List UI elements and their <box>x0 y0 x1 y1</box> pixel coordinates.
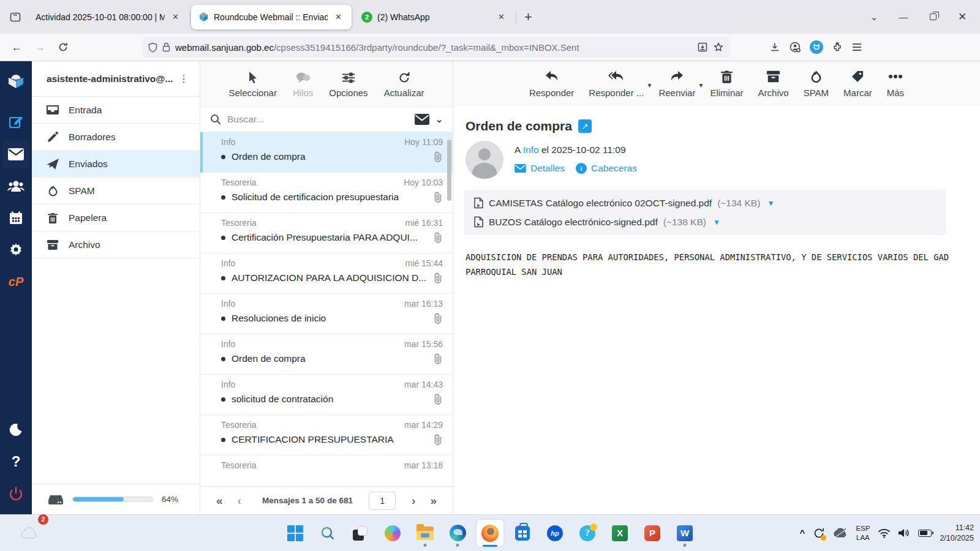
close-button[interactable]: ✕ <box>949 6 975 29</box>
language-indicator[interactable]: ESP LAA <box>856 524 870 542</box>
open-in-new-window-icon[interactable]: ↗ <box>578 119 592 133</box>
sync-icon[interactable] <box>813 527 825 539</box>
save-page-icon[interactable] <box>697 42 708 53</box>
reply-button[interactable]: Responder <box>529 69 574 98</box>
attachment-row[interactable]: CAMISETAS Catálogo electrónico 02OCT-sig… <box>474 197 937 209</box>
attachment-menu-caret-icon[interactable]: ▼ <box>767 199 774 208</box>
copilot-icon[interactable] <box>379 520 406 547</box>
powerpoint-icon[interactable]: P <box>639 520 666 547</box>
tracking-shield-icon[interactable] <box>148 42 157 53</box>
headers-link[interactable]: i Cabeceras <box>576 163 637 174</box>
settings-gear-icon[interactable] <box>2 236 29 263</box>
logout-power-icon[interactable] <box>2 480 29 507</box>
word-icon[interactable]: W <box>671 520 698 547</box>
volume-icon[interactable] <box>899 528 910 538</box>
dropdown-caret-icon[interactable]: ▼ <box>698 82 704 89</box>
help-app-icon[interactable]: ? <box>574 520 601 547</box>
lock-icon[interactable] <box>162 42 170 52</box>
start-icon[interactable] <box>282 520 309 547</box>
extensions-puzzle-icon[interactable] <box>832 42 843 53</box>
spam-button[interactable]: SPAM <box>804 69 829 98</box>
list-all-tabs-button[interactable]: ⌄ <box>861 6 887 29</box>
recipient-link[interactable]: Info <box>523 144 539 155</box>
tab-roundcube[interactable]: Roundcube Webmail :: Enviados ✕ <box>191 5 352 29</box>
tab-close-icon[interactable]: ✕ <box>496 11 507 23</box>
tray-chevron-icon[interactable]: ^ <box>800 528 805 538</box>
reply-all-button[interactable]: Responder ... ▼ <box>589 69 644 98</box>
firefox-icon[interactable] <box>477 520 503 547</box>
wifi-icon[interactable] <box>878 528 891 538</box>
search-input[interactable] <box>227 114 409 125</box>
folder-spam[interactable]: SPAM <box>32 178 200 204</box>
message-row[interactable]: Tesoreriamié 16:31 Certificación Presupu… <box>200 213 453 253</box>
compose-button[interactable] <box>2 109 29 136</box>
attachment-name[interactable]: BUZOS Catálogo electrónico-signed.pdf <box>489 217 658 228</box>
back-button[interactable]: ← <box>6 37 27 57</box>
next-page-button[interactable]: › <box>407 494 420 508</box>
task-view-icon[interactable] <box>347 520 374 547</box>
folder-entrada[interactable]: Entrada <box>32 97 200 124</box>
dropdown-caret-icon[interactable]: ▼ <box>646 82 652 89</box>
message-row[interactable]: Infomar 16:13 Resoluciones de inicio <box>200 294 453 334</box>
search-scope-mail-icon[interactable] <box>415 114 429 125</box>
message-row[interactable]: Tesoreriamar 14:29 CERTIFICACION PRESUPU… <box>200 415 453 455</box>
details-link[interactable]: Detalles <box>514 163 565 174</box>
hp-icon[interactable]: hp <box>541 520 568 547</box>
threads-button[interactable]: Hilos <box>293 70 313 98</box>
contacts-nav-icon[interactable] <box>2 173 29 200</box>
options-button[interactable]: Opciones <box>329 70 368 98</box>
message-row[interactable]: TesoreriaHoy 10:03 Solicitud de certific… <box>200 173 453 213</box>
help-icon[interactable]: ? <box>2 448 29 475</box>
message-row[interactable]: Infomié 15:44 AUTORIZACION PARA LA ADQUI… <box>200 253 453 294</box>
tab-close-icon[interactable]: ✕ <box>170 11 181 23</box>
search-icon[interactable] <box>314 520 341 547</box>
url-field[interactable]: webmail.sanjuan.gob.ec/cpsess3519415166/… <box>142 37 730 58</box>
account-menu-kebab-icon[interactable]: ⋮ <box>174 75 194 83</box>
roundcube-logo[interactable] <box>2 69 29 96</box>
message-row[interactable]: InfoHoy 11:09 Orden de compra <box>200 132 453 173</box>
edge-icon[interactable] <box>444 520 471 547</box>
reload-button[interactable] <box>53 37 74 57</box>
attachment-row[interactable]: BUZOS Catálogo electrónico-signed.pdf (~… <box>474 216 937 228</box>
bookmark-star-icon[interactable] <box>713 42 724 53</box>
folder-papelera[interactable]: Papelera <box>32 204 200 231</box>
store-icon[interactable] <box>509 520 536 547</box>
page-number-input[interactable]: 1 <box>369 492 396 510</box>
tab-actividad[interactable]: Actividad 2025-10-01 08:00:00 | Mo ✕ <box>28 5 189 29</box>
attachment-name[interactable]: CAMISETAS Catálogo electrónico 02OCT-sig… <box>489 198 712 209</box>
refresh-button[interactable]: Actualizar <box>384 70 424 98</box>
attachment-menu-caret-icon[interactable]: ▼ <box>713 218 720 227</box>
more-button[interactable]: Más <box>887 69 904 98</box>
folder-archivo[interactable]: Archivo <box>32 231 200 258</box>
minimize-button[interactable]: — <box>891 6 916 29</box>
select-button[interactable]: Seleccionar <box>229 70 277 98</box>
onedrive-paused-icon[interactable] <box>833 528 848 538</box>
message-row[interactable]: Tesoreriamar 13:18 <box>200 455 453 486</box>
tab-close-icon[interactable]: ✕ <box>333 11 344 23</box>
dark-mode-moon-icon[interactable] <box>2 416 29 443</box>
last-page-button[interactable]: » <box>425 494 442 508</box>
tab-whatsapp[interactable]: 2 (2) WhatsApp ✕ <box>354 5 514 29</box>
downloads-icon[interactable] <box>769 42 780 53</box>
prev-page-button[interactable]: ‹ <box>233 494 246 508</box>
menu-hamburger-icon[interactable] <box>851 42 862 52</box>
message-row[interactable]: Infomar 14:43 solicitud de contratación <box>200 375 453 415</box>
mail-nav-icon[interactable] <box>2 141 29 168</box>
account-icon[interactable] <box>789 41 801 53</box>
restore-button[interactable] <box>920 6 946 29</box>
archive-button[interactable]: Archivo <box>758 69 789 98</box>
cpanel-icon[interactable]: cP <box>2 268 29 295</box>
first-page-button[interactable]: « <box>211 494 228 508</box>
mark-button[interactable]: Marcar <box>843 69 872 98</box>
message-row[interactable]: Infomar 15:56 Orden de compra <box>200 334 453 375</box>
firefox-account-icon[interactable]: ᗢ <box>810 40 823 54</box>
search-options-chevron-icon[interactable]: ⌄ <box>435 114 443 124</box>
onedrive-icon[interactable]: 2 <box>16 520 43 547</box>
forward-button[interactable]: Reenviar ▼ <box>658 69 695 98</box>
calendar-nav-icon[interactable] <box>2 204 29 231</box>
list-scrollbar-thumb[interactable] <box>447 140 451 201</box>
forward-button[interactable]: → <box>29 37 50 57</box>
file-explorer-icon[interactable] <box>412 520 439 547</box>
delete-button[interactable]: Eliminar <box>710 69 743 98</box>
excel-icon[interactable]: X <box>606 520 633 547</box>
